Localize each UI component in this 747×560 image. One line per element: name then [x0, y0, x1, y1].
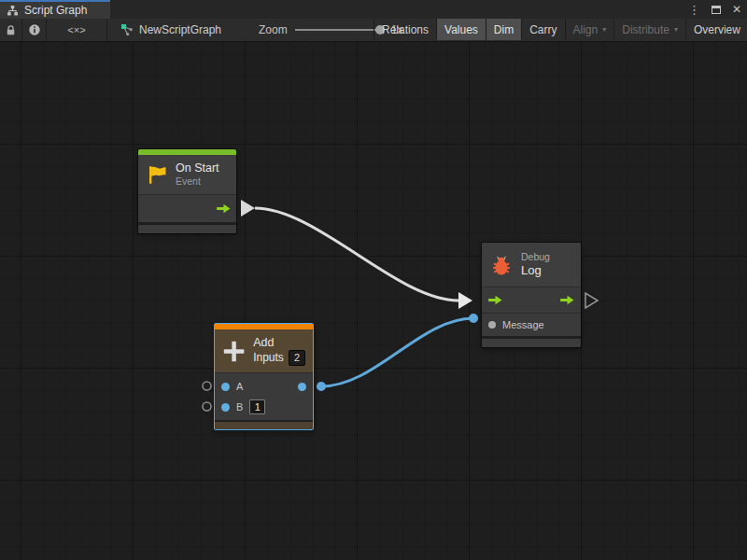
carry-toggle[interactable]: Carry: [521, 19, 564, 40]
node-subtitle: Event: [176, 175, 219, 188]
node-title: Add: [253, 336, 305, 351]
node-category: Debug: [521, 251, 550, 263]
unconnected-input-b-indicator: [203, 402, 211, 411]
script-graph-window: Script Graph ⋮ ✕ <×>: [0, 0, 747, 560]
plus-icon: [222, 339, 246, 364]
window-controls: ⋮ ✕: [688, 0, 741, 19]
tab-script-graph[interactable]: Script Graph: [0, 0, 110, 19]
value-wire-add-to-message[interactable]: [321, 318, 473, 386]
graph-canvas[interactable]: On Start Event Debug: [0, 42, 747, 560]
zoom-label: Zoom: [259, 23, 288, 36]
close-icon[interactable]: ✕: [732, 4, 741, 15]
control-input-port[interactable]: [488, 295, 502, 305]
wire-start-arrow: [241, 200, 255, 217]
zoom-slider-track[interactable]: [295, 29, 384, 31]
wire-end-arrow: [458, 292, 472, 309]
inputs-count-field[interactable]: 2: [289, 350, 305, 366]
input-port-b[interactable]: [221, 403, 230, 412]
port-label-message: Message: [502, 319, 544, 330]
port-label-a: A: [236, 381, 243, 392]
lock-icon: [5, 24, 17, 36]
node-footer: [482, 336, 581, 347]
unconnected-control-output-indicator: [585, 293, 598, 308]
info-button[interactable]: [22, 19, 47, 41]
overview-button[interactable]: Overview: [685, 19, 747, 40]
message-input-port[interactable]: [488, 321, 496, 329]
dim-toggle[interactable]: Dim: [486, 19, 521, 40]
node-footer: [138, 222, 236, 233]
window-tab-bar: Script Graph ⋮ ✕: [0, 0, 747, 19]
control-output-port[interactable]: [217, 203, 231, 214]
script-graph-icon: [7, 5, 19, 17]
port-label-b: B: [236, 401, 243, 413]
tab-title: Script Graph: [24, 4, 87, 17]
window-menu-icon[interactable]: ⋮: [688, 4, 700, 16]
graph-asset-icon: [120, 23, 134, 36]
code-view-button[interactable]: <×>: [47, 19, 107, 41]
graph-asset-button[interactable]: NewScriptGraph: [107, 19, 234, 41]
distribute-menu-button[interactable]: Distribute ▾: [613, 19, 685, 40]
node-add[interactable]: Add Inputs 2 A B: [214, 323, 314, 430]
inputs-label: Inputs: [253, 351, 284, 365]
maximize-icon[interactable]: [712, 6, 721, 14]
wire-start-cap: [317, 382, 326, 391]
node-on-start[interactable]: On Start Event: [138, 149, 236, 233]
control-wire-onstart-to-log[interactable]: [255, 208, 458, 301]
wire-end-cap: [469, 314, 478, 323]
bug-icon: [489, 253, 514, 277]
unconnected-input-a-indicator: [203, 382, 211, 390]
control-output-port[interactable]: [560, 295, 574, 305]
zoom-slider[interactable]: [295, 24, 384, 35]
b-value-field[interactable]: [249, 399, 265, 414]
relations-toggle[interactable]: Relations: [374, 19, 436, 40]
chevron-down-icon: ▾: [674, 25, 678, 34]
flag-icon: [146, 163, 168, 186]
node-footer: [215, 420, 313, 429]
align-menu-button[interactable]: Align ▾: [565, 19, 614, 40]
node-title: On Start: [176, 161, 219, 176]
node-debug-log[interactable]: Debug Log Message: [482, 243, 581, 347]
graph-toolbar: <×> NewScriptGraph Zoom 1x Relations Va: [0, 19, 747, 42]
node-title: Log: [521, 263, 550, 278]
lock-button[interactable]: [0, 19, 22, 41]
sum-output-port[interactable]: [298, 383, 306, 391]
values-toggle[interactable]: Values: [436, 19, 486, 40]
chevron-down-icon: ▾: [602, 25, 606, 34]
graph-name: NewScriptGraph: [139, 23, 221, 36]
wire-layer: [0, 42, 747, 560]
toolbar-right-group: Relations Values Dim Carry Align ▾ Distr…: [374, 19, 747, 40]
input-port-a[interactable]: [221, 383, 230, 391]
code-icon: <×>: [67, 24, 85, 35]
info-icon: [28, 23, 41, 36]
